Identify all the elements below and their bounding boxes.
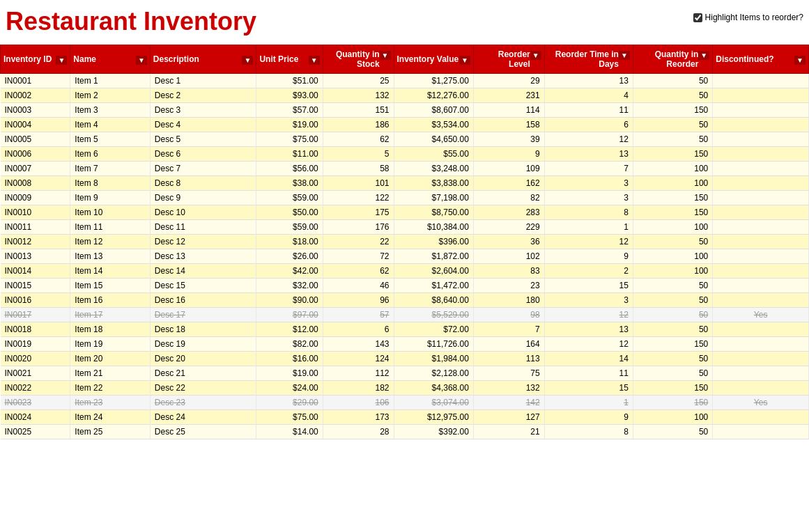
table-row[interactable]: IN0024Item 24Desc 24$75.00173$12,975.001… — [1, 410, 809, 425]
col-header-id: Inventory ID ▼ — [1, 45, 70, 74]
col-dropdown-reorder-time[interactable]: ▼ — [619, 51, 630, 60]
cell-inv-value: $2,128.00 — [394, 366, 473, 381]
cell-discontinued: Yes — [713, 308, 809, 322]
cell-price: $75.00 — [256, 410, 323, 425]
table-row[interactable]: IN0025Item 25Desc 25$14.0028$392.0021850 — [1, 425, 809, 439]
col-dropdown-inv-value[interactable]: ▼ — [459, 56, 470, 65]
cell-inv-value: $3,248.00 — [394, 162, 473, 176]
table-row[interactable]: IN0019Item 19Desc 19$82.00143$11,726.001… — [1, 337, 809, 352]
cell-reorder-level: 109 — [473, 162, 544, 176]
cell-price: $38.00 — [256, 176, 323, 191]
table-row[interactable]: IN0018Item 18Desc 18$12.006$72.0071350 — [1, 322, 809, 337]
cell-discontinued — [713, 425, 809, 439]
cell-inv-value: $1,984.00 — [394, 352, 473, 366]
cell-name: Item 2 — [70, 88, 150, 103]
table-row[interactable]: IN0001Item 1Desc 1$51.0025$1,275.0029135… — [1, 74, 809, 88]
cell-reorder-time: 12 — [544, 308, 633, 322]
cell-name: Item 19 — [70, 337, 150, 352]
cell-name: Item 3 — [70, 103, 150, 118]
cell-qty-stock: 22 — [323, 235, 394, 249]
page-title: Restaurant Inventory — [0, 0, 809, 42]
cell-id: IN0015 — [1, 279, 70, 293]
cell-price: $90.00 — [256, 293, 323, 308]
cell-qty-reorder: 50 — [633, 322, 712, 337]
cell-inv-value: $396.00 — [394, 235, 473, 249]
cell-reorder-time: 11 — [544, 103, 633, 118]
cell-reorder-time: 14 — [544, 352, 633, 366]
cell-reorder-time: 11 — [544, 366, 633, 381]
cell-desc: Desc 7 — [150, 162, 256, 176]
table-row[interactable]: IN0014Item 14Desc 14$42.0062$2,604.00832… — [1, 264, 809, 279]
table-row[interactable]: IN0022Item 22Desc 22$24.00182$4,368.0013… — [1, 381, 809, 396]
table-row[interactable]: IN0004Item 4Desc 4$19.00186$3,534.001586… — [1, 118, 809, 132]
cell-id: IN0018 — [1, 322, 70, 337]
table-row[interactable]: IN0011Item 11Desc 11$59.00176$10,384.002… — [1, 220, 809, 235]
col-header-inv-value: Inventory Value ▼ — [394, 45, 473, 74]
cell-price: $50.00 — [256, 205, 323, 220]
cell-inv-value: $1,275.00 — [394, 74, 473, 88]
page-header: Restaurant Inventory Highlight Items to … — [0, 0, 809, 42]
highlight-checkbox[interactable] — [693, 13, 702, 22]
table-row[interactable]: IN0012Item 12Desc 12$18.0022$396.0036125… — [1, 235, 809, 249]
col-dropdown-price[interactable]: ▼ — [309, 56, 320, 65]
cell-reorder-time: 2 — [544, 264, 633, 279]
cell-reorder-level: 98 — [473, 308, 544, 322]
cell-inv-value: $11,726.00 — [394, 337, 473, 352]
cell-reorder-level: 162 — [473, 176, 544, 191]
cell-discontinued — [713, 264, 809, 279]
header-row: Inventory ID ▼ Name ▼ Description ▼ — [1, 45, 809, 74]
table-row[interactable]: IN0020Item 20Desc 20$16.00124$1,984.0011… — [1, 352, 809, 366]
table-row[interactable]: IN0010Item 10Desc 10$50.00175$8,750.0028… — [1, 205, 809, 220]
cell-price: $75.00 — [256, 132, 323, 147]
cell-desc: Desc 17 — [150, 308, 256, 322]
table-row[interactable]: IN0023Item 23Desc 23$29.00106$3,074.0014… — [1, 396, 809, 410]
table-row[interactable]: IN0003Item 3Desc 3$57.00151$8,607.001141… — [1, 103, 809, 118]
table-row[interactable]: IN0021Item 21Desc 21$19.00112$2,128.0075… — [1, 366, 809, 381]
cell-qty-reorder: 150 — [633, 103, 712, 118]
table-row[interactable]: IN0007Item 7Desc 7$56.0058$3,248.0010971… — [1, 162, 809, 176]
cell-price: $24.00 — [256, 381, 323, 396]
table-row[interactable]: IN0016Item 16Desc 16$90.0096$8,640.00180… — [1, 293, 809, 308]
highlight-label[interactable]: Highlight Items to reorder? — [705, 13, 803, 22]
table-row[interactable]: IN0005Item 5Desc 5$75.0062$4,650.0039125… — [1, 132, 809, 147]
cell-qty-stock: 173 — [323, 410, 394, 425]
cell-qty-reorder: 50 — [633, 352, 712, 366]
cell-desc: Desc 8 — [150, 176, 256, 191]
cell-name: Item 16 — [70, 293, 150, 308]
cell-qty-reorder: 150 — [633, 205, 712, 220]
table-row[interactable]: IN0017Item 17Desc 17$97.0057$5,529.00981… — [1, 308, 809, 322]
table-row[interactable]: IN0015Item 15Desc 15$32.0046$1,472.00231… — [1, 279, 809, 293]
cell-id: IN0011 — [1, 220, 70, 235]
cell-reorder-time: 13 — [544, 322, 633, 337]
cell-qty-reorder: 50 — [633, 235, 712, 249]
cell-reorder-level: 39 — [473, 132, 544, 147]
col-dropdown-reorder-level[interactable]: ▼ — [530, 51, 541, 60]
cell-qty-stock: 124 — [323, 352, 394, 366]
cell-discontinued — [713, 147, 809, 162]
table-row[interactable]: IN0008Item 8Desc 8$38.00101$3,838.001623… — [1, 176, 809, 191]
cell-qty-reorder: 50 — [633, 118, 712, 132]
cell-discontinued — [713, 162, 809, 176]
cell-qty-stock: 112 — [323, 366, 394, 381]
cell-reorder-time: 3 — [544, 191, 633, 205]
col-dropdown-qty-reorder[interactable]: ▼ — [698, 51, 709, 60]
cell-desc: Desc 23 — [150, 396, 256, 410]
table-row[interactable]: IN0006Item 6Desc 6$11.005$55.00913150 — [1, 147, 809, 162]
cell-discontinued — [713, 366, 809, 381]
col-dropdown-name[interactable]: ▼ — [136, 56, 147, 65]
col-dropdown-qty-stock[interactable]: ▼ — [380, 51, 391, 60]
table-row[interactable]: IN0002Item 2Desc 2$93.00132$12,276.00231… — [1, 88, 809, 103]
table-wrapper: Inventory ID ▼ Name ▼ Description ▼ — [0, 45, 809, 439]
cell-discontinued — [713, 191, 809, 205]
table-row[interactable]: IN0013Item 13Desc 13$26.0072$1,872.00102… — [1, 249, 809, 264]
cell-reorder-time: 8 — [544, 425, 633, 439]
cell-id: IN0022 — [1, 381, 70, 396]
cell-inv-value: $10,384.00 — [394, 220, 473, 235]
cell-reorder-level: 21 — [473, 425, 544, 439]
cell-name: Item 15 — [70, 279, 150, 293]
table-row[interactable]: IN0009Item 9Desc 9$59.00122$7,198.008231… — [1, 191, 809, 205]
col-dropdown-discontinued[interactable]: ▼ — [794, 56, 806, 65]
cell-discontinued — [713, 381, 809, 396]
col-dropdown-id[interactable]: ▼ — [56, 56, 67, 65]
col-dropdown-desc[interactable]: ▼ — [242, 56, 253, 65]
